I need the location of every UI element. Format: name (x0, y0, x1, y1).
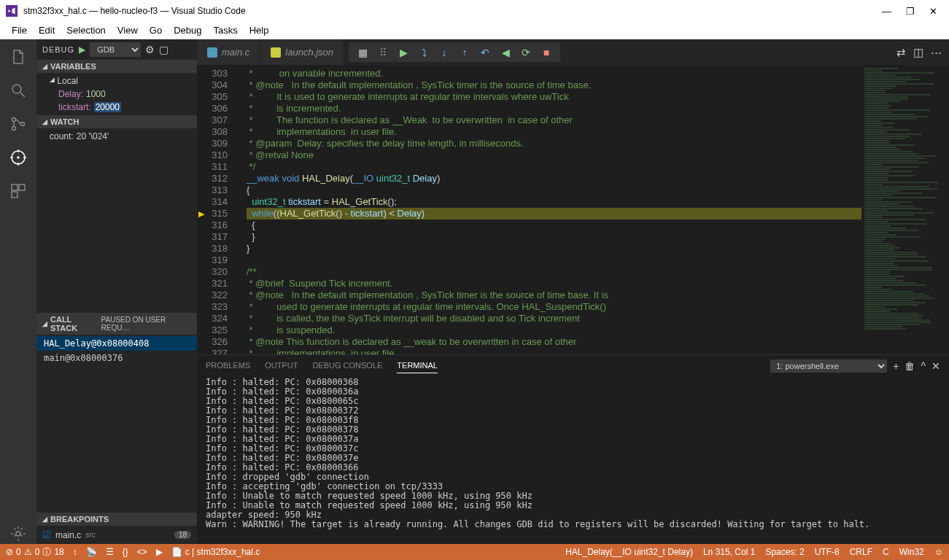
svg-point-2 (12, 118, 16, 122)
svg-point-3 (12, 127, 16, 131)
editor-tabbar: main.claunch.json ▦ ⠿ ▶ ⤵ ↓ ↑ ↶ ◀ ⟳ ■ ⇄ … (197, 39, 949, 65)
menu-go[interactable]: Go (144, 25, 168, 36)
tab-main-c[interactable]: main.c (197, 39, 260, 65)
debug-icon[interactable] (8, 147, 28, 168)
variable-row[interactable]: tickstart: 20000 (36, 101, 197, 114)
status-sync-icon[interactable]: ↕ (73, 547, 77, 557)
panel-tab-terminal[interactable]: TERMINAL (397, 358, 438, 373)
window-title: stm32f3xx_hal.c — hello-nucleo-f3 — Visu… (23, 6, 882, 16)
menu-bar: FileEditSelectionViewGoDebugTasksHelp (0, 22, 949, 39)
status-host[interactable]: Win32 (899, 547, 924, 557)
step-back-button[interactable]: ◀ (496, 43, 515, 62)
variables-header[interactable]: ◢VARIABLES (36, 60, 197, 73)
status-language[interactable]: C (883, 547, 889, 557)
tab-launch-json[interactable]: launch.json (260, 39, 344, 65)
status-broadcast-icon[interactable]: 📡 (86, 547, 97, 557)
panel-tab-problems[interactable]: PROBLEMS (206, 358, 250, 373)
continue-button[interactable]: ▶ (394, 43, 413, 62)
svg-point-0 (12, 85, 21, 93)
close-button[interactable]: ✕ (929, 6, 937, 17)
svg-point-6 (18, 157, 19, 158)
open-file-icon[interactable]: ▦ (353, 43, 372, 62)
search-icon[interactable] (8, 80, 28, 101)
svg-rect-13 (12, 192, 18, 198)
maximize-panel-button[interactable]: ^ (921, 360, 926, 372)
new-terminal-button[interactable]: + (893, 360, 899, 372)
kill-terminal-button[interactable]: 🗑 (905, 360, 915, 372)
stop-button[interactable]: ■ (537, 43, 556, 62)
checkbox-icon[interactable]: ☑ (42, 529, 51, 540)
step-over-button[interactable]: ⤵ (414, 43, 433, 62)
menu-debug[interactable]: Debug (168, 25, 207, 36)
close-panel-button[interactable]: ✕ (931, 360, 940, 372)
restart-button[interactable]: ⟳ (516, 43, 535, 62)
status-bar: ⊘ 0 ⚠ 0 ⓘ 18 ↕ 📡 ☰ {} <> ▶ 📄 c | stm32f3… (0, 544, 949, 560)
reverse-button[interactable]: ↶ (476, 43, 495, 62)
watch-row[interactable]: count: 20 '\024' (36, 130, 197, 143)
activity-bar (0, 39, 36, 544)
status-stack-icon[interactable]: ☰ (106, 547, 114, 557)
status-context[interactable]: HAL_Delay(__IO uint32_t Delay) (565, 547, 693, 557)
step-into-button[interactable]: ↓ (435, 43, 454, 62)
vs-logo-icon (6, 5, 18, 17)
debug-header: DEBUG ▶ GDB ⚙ ▢ (36, 39, 197, 60)
panel-tab-debug-console[interactable]: DEBUG CONSOLE (312, 358, 382, 373)
variable-row[interactable]: Delay: 1000 (36, 88, 197, 101)
svg-point-4 (21, 122, 25, 126)
status-encoding[interactable]: UTF-8 (815, 547, 840, 557)
compare-icon[interactable]: ⇄ (896, 46, 906, 59)
svg-point-14 (16, 532, 20, 536)
split-editor-icon[interactable]: ◫ (913, 46, 923, 59)
title-bar: stm32f3xx_hal.c — hello-nucleo-f3 — Visu… (0, 0, 949, 22)
file-icon (207, 47, 217, 58)
debug-label: DEBUG (42, 45, 74, 54)
debug-sidebar: DEBUG ▶ GDB ⚙ ▢ ◢VARIABLES ◢ Local Delay… (36, 39, 197, 544)
svg-rect-11 (12, 184, 18, 190)
drag-grip-icon[interactable]: ⠿ (373, 43, 392, 62)
minimap[interactable] (861, 65, 949, 354)
svg-rect-12 (19, 184, 25, 190)
watch-header[interactable]: ◢WATCH (36, 115, 197, 128)
debug-console-icon[interactable]: ▢ (159, 44, 169, 55)
menu-view[interactable]: View (112, 25, 144, 36)
step-out-button[interactable]: ↑ (455, 43, 474, 62)
more-actions-icon[interactable]: ⋯ (931, 46, 942, 59)
callstack-frame[interactable]: main@0x08000376 (36, 351, 197, 365)
debug-toolbar: ▦ ⠿ ▶ ⤵ ↓ ↑ ↶ ◀ ⟳ ■ (349, 42, 560, 62)
bottom-panel: PROBLEMSOUTPUTDEBUG CONSOLETERMINAL 1: p… (197, 354, 949, 544)
extensions-icon[interactable] (8, 181, 28, 201)
breakpoints-header[interactable]: ◢BREAKPOINTS (36, 513, 197, 526)
minimize-button[interactable]: — (882, 6, 891, 17)
callstack-frame[interactable]: HAL_Delay@0x08000408 (36, 336, 197, 351)
explorer-icon[interactable] (8, 47, 28, 67)
status-eol[interactable]: CRLF (850, 547, 872, 557)
editor[interactable]: 303304305306307308309310311312313314▶315… (197, 65, 949, 354)
terminal-output[interactable]: Info : halted: PC: 0x08000368 Info : hal… (197, 373, 949, 544)
status-spaces[interactable]: Spaces: 2 (765, 547, 804, 557)
scm-icon[interactable] (8, 114, 28, 134)
maximize-button[interactable]: ❐ (906, 6, 915, 17)
debug-settings-icon[interactable]: ⚙ (145, 44, 155, 55)
status-breadcrumb[interactable]: 📄 c | stm32f3xx_hal.c (171, 547, 260, 557)
scope-row[interactable]: ◢ Local (36, 74, 197, 88)
panel-tab-output[interactable]: OUTPUT (265, 358, 298, 373)
status-position[interactable]: Ln 315, Col 1 (703, 547, 755, 557)
menu-selection[interactable]: Selection (61, 25, 111, 36)
status-branch-icon[interactable]: {} (123, 547, 128, 557)
file-icon (271, 47, 281, 58)
status-feedback-icon[interactable]: ☺ (934, 547, 943, 557)
status-play-icon[interactable]: ▶ (156, 547, 163, 557)
menu-help[interactable]: Help (244, 25, 275, 36)
status-errors[interactable]: ⊘ 0 ⚠ 0 ⓘ 18 (6, 546, 64, 559)
menu-tasks[interactable]: Tasks (207, 25, 243, 36)
menu-edit[interactable]: Edit (33, 25, 61, 36)
breakpoint-row[interactable]: ☑main.c src18 (36, 527, 197, 542)
start-debug-button[interactable]: ▶ (79, 44, 85, 55)
debug-config-select[interactable]: GDB (90, 42, 141, 57)
terminal-select[interactable]: 1: powershell.exe (770, 359, 887, 373)
svg-line-1 (20, 93, 25, 97)
callstack-header[interactable]: ◢CALL STACKPAUSED ON USER REQU… (36, 313, 197, 335)
settings-gear-icon[interactable] (8, 524, 28, 544)
menu-file[interactable]: File (6, 25, 33, 36)
status-expand-icon[interactable]: <> (137, 547, 147, 557)
